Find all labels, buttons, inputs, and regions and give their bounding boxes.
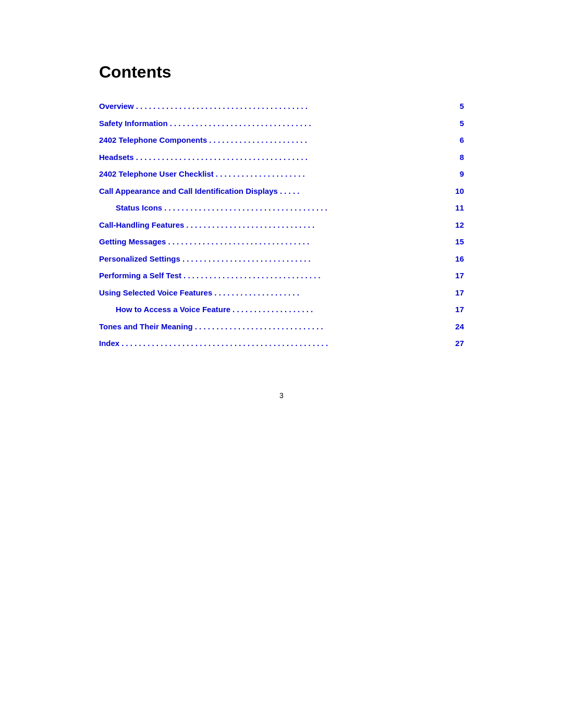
toc-page-call-appearance: 10	[455, 186, 464, 198]
toc-item-tones-meaning[interactable]: Tones and Their Meaning. . . . . . . . .…	[99, 321, 464, 333]
toc-dots-personalized-settings: . . . . . . . . . . . . . . . . . . . . …	[182, 253, 453, 265]
toc-label-call-appearance: Call Appearance and Call Identification …	[99, 186, 278, 198]
toc-label-call-handling: Call-Handling Features	[99, 219, 184, 231]
toc-item-call-appearance[interactable]: Call Appearance and Call Identification …	[99, 186, 464, 198]
toc-dots-overview: . . . . . . . . . . . . . . . . . . . . …	[136, 101, 458, 113]
toc-item-user-checklist[interactable]: 2402 Telephone User Checklist . . . . . …	[99, 168, 464, 180]
toc-item-index[interactable]: Index. . . . . . . . . . . . . . . . . .…	[99, 338, 464, 350]
toc-label-overview: Overview	[99, 101, 134, 113]
toc-item-personalized-settings[interactable]: Personalized Settings. . . . . . . . . .…	[99, 253, 464, 265]
toc-item-status-icons[interactable]: Status Icons . . . . . . . . . . . . . .…	[99, 202, 464, 214]
toc-dots-telephone-components: . . . . . . . . . . . . . . . . . . . . …	[209, 134, 457, 146]
toc-item-telephone-components[interactable]: 2402 Telephone Components . . . . . . . …	[99, 134, 464, 146]
toc-dots-access-voice-feature: . . . . . . . . . . . . . . . . . . .	[232, 304, 453, 316]
toc-page-personalized-settings: 16	[455, 253, 464, 265]
toc-dots-getting-messages: . . . . . . . . . . . . . . . . . . . . …	[168, 236, 453, 248]
toc-page-voice-features: 17	[455, 287, 464, 299]
toc-label-telephone-components: 2402 Telephone Components	[99, 134, 207, 146]
table-of-contents: Overview . . . . . . . . . . . . . . . .…	[99, 101, 464, 350]
toc-label-tones-meaning: Tones and Their Meaning	[99, 321, 193, 333]
toc-dots-user-checklist: . . . . . . . . . . . . . . . . . . . . …	[216, 168, 458, 180]
page-footer: 3	[99, 391, 464, 400]
toc-item-access-voice-feature[interactable]: How to Access a Voice Feature . . . . . …	[99, 304, 464, 316]
toc-label-safety-information: Safety Information	[99, 118, 168, 130]
toc-item-safety-information[interactable]: Safety Information. . . . . . . . . . . …	[99, 118, 464, 130]
toc-page-index: 27	[455, 338, 464, 350]
toc-dots-call-handling: . . . . . . . . . . . . . . . . . . . . …	[186, 219, 453, 231]
toc-dots-status-icons: . . . . . . . . . . . . . . . . . . . . …	[164, 202, 453, 214]
toc-page-status-icons: 11	[455, 202, 464, 214]
toc-dots-safety-information: . . . . . . . . . . . . . . . . . . . . …	[170, 118, 458, 130]
toc-dots-tones-meaning: . . . . . . . . . . . . . . . . . . . . …	[195, 321, 454, 333]
toc-page-access-voice-feature: 17	[455, 304, 464, 316]
toc-label-voice-features: Using Selected Voice Features	[99, 287, 212, 299]
toc-label-headsets: Headsets	[99, 152, 134, 164]
page-number: 3	[279, 391, 284, 400]
toc-dots-index: . . . . . . . . . . . . . . . . . . . . …	[121, 338, 453, 350]
toc-item-getting-messages[interactable]: Getting Messages . . . . . . . . . . . .…	[99, 236, 464, 248]
toc-page-overview: 5	[460, 101, 464, 113]
toc-page-user-checklist: 9	[460, 168, 464, 180]
toc-label-getting-messages: Getting Messages	[99, 236, 166, 248]
toc-page-safety-information: 5	[460, 118, 464, 130]
toc-item-headsets[interactable]: Headsets . . . . . . . . . . . . . . . .…	[99, 152, 464, 164]
toc-dots-call-appearance: . . . . .	[280, 186, 453, 198]
toc-page-tones-meaning: 24	[455, 321, 464, 333]
toc-page-headsets: 8	[460, 152, 464, 164]
toc-label-status-icons: Status Icons	[116, 202, 162, 214]
page-content: Contents Overview . . . . . . . . . . . …	[99, 0, 464, 441]
page-title: Contents	[99, 63, 464, 82]
toc-page-getting-messages: 15	[455, 236, 464, 248]
toc-item-self-test[interactable]: Performing a Self Test . . . . . . . . .…	[99, 270, 464, 282]
toc-label-personalized-settings: Personalized Settings	[99, 253, 180, 265]
toc-dots-self-test: . . . . . . . . . . . . . . . . . . . . …	[183, 270, 453, 282]
toc-label-self-test: Performing a Self Test	[99, 270, 181, 282]
toc-label-index: Index	[99, 338, 119, 350]
toc-dots-voice-features: . . . . . . . . . . . . . . . . . . . .	[214, 287, 453, 299]
toc-page-call-handling: 12	[455, 219, 464, 231]
toc-page-telephone-components: 6	[460, 134, 464, 146]
toc-page-self-test: 17	[455, 270, 464, 282]
toc-label-access-voice-feature: How to Access a Voice Feature	[116, 304, 230, 316]
toc-label-user-checklist: 2402 Telephone User Checklist	[99, 168, 214, 180]
toc-item-overview[interactable]: Overview . . . . . . . . . . . . . . . .…	[99, 101, 464, 113]
toc-item-call-handling[interactable]: Call-Handling Features. . . . . . . . . …	[99, 219, 464, 231]
toc-dots-headsets: . . . . . . . . . . . . . . . . . . . . …	[136, 152, 458, 164]
toc-item-voice-features[interactable]: Using Selected Voice Features . . . . . …	[99, 287, 464, 299]
